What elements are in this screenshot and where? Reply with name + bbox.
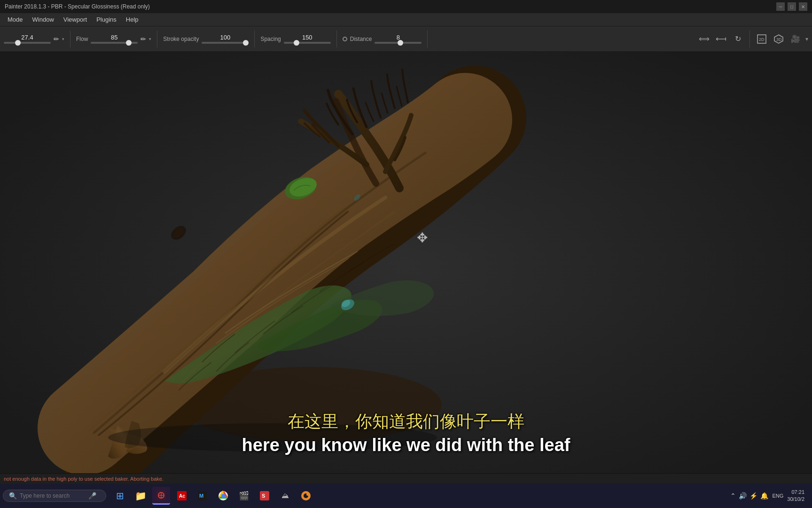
toolbar: 27.4 ✏ ▾ Flow 85 ✏ ▾ Stroke opacity 100 … (0, 26, 812, 52)
svg-text:M: M (199, 493, 203, 499)
stroke-opacity-slider[interactable] (202, 42, 249, 44)
taskbar-app-blender[interactable] (297, 487, 315, 505)
minimize-button[interactable]: ─ (776, 2, 785, 11)
blender-icon (300, 490, 312, 501)
taskbar-app-substance2[interactable]: S (256, 487, 273, 505)
flow-slider-container: 85 (91, 34, 138, 44)
divider-3 (254, 31, 255, 48)
search-icon: 🔍 (9, 492, 17, 500)
spacing-slider-container: 150 (284, 34, 331, 44)
size-group: 27.4 ✏ ▾ (4, 34, 64, 44)
spacing-label: Spacing (260, 36, 281, 42)
mirror-x-button[interactable]: ⟺ (697, 32, 711, 46)
divider-1 (70, 31, 70, 48)
svg-text:3D: 3D (776, 37, 782, 42)
menu-mode[interactable]: Mode (3, 14, 28, 25)
2d-icon: 2D (757, 34, 767, 44)
divider-4 (336, 31, 337, 48)
svg-text:2D: 2D (759, 37, 765, 42)
divider-5 (427, 31, 428, 48)
window-title: Painter 2018.1.3 - PBR - Specular Glossi… (5, 3, 776, 10)
taskbar-app-chrome[interactable] (214, 487, 232, 505)
divider-6 (750, 31, 750, 48)
system-icons: ⌃ 🔊 ⚡ 🔔 (730, 492, 768, 500)
acrobat-icon: Ac (176, 490, 187, 501)
flow-pen-icon: ✏ (141, 35, 146, 43)
network-icon: ⌃ (730, 492, 736, 500)
taskbar-search[interactable]: 🔍 🎤 (3, 490, 106, 502)
taskbar-app-painter[interactable] (152, 487, 170, 505)
power-icon: ⚡ (750, 492, 757, 500)
size-chevron-icon[interactable]: ▾ (62, 37, 64, 41)
flow-label: Flow (76, 36, 88, 42)
clock: 07:21 30/10/2 (787, 489, 804, 503)
volume-icon: 🔊 (739, 492, 747, 500)
menu-window[interactable]: Window (28, 14, 59, 25)
rotate-button[interactable]: ↻ (731, 32, 745, 46)
painter-icon (156, 490, 167, 501)
stroke-opacity-group: Stroke opacity 100 (163, 34, 249, 44)
svg-text:S: S (262, 493, 265, 499)
language-indicator: ENG (772, 493, 783, 499)
3d-scene (0, 52, 812, 484)
stroke-opacity-label: Stroke opacity (163, 36, 199, 42)
taskbar-app-acrobat[interactable]: Ac (173, 487, 191, 505)
status-bar: not enough data in the high poly to use … (0, 473, 812, 484)
spacing-slider[interactable] (284, 42, 331, 44)
taskbar-apps: ⊞ 📁 Ac M (111, 487, 315, 505)
divider-2 (157, 31, 157, 48)
distance-slider-container: 8 (375, 34, 422, 44)
flow-group: Flow 85 ✏ ▾ (76, 34, 151, 44)
taskbar-right: ⌃ 🔊 ⚡ 🔔 ENG 07:21 30/10/2 (730, 489, 809, 503)
svg-point-13 (108, 423, 437, 452)
size-slider[interactable] (4, 42, 51, 44)
stroke-opacity-slider-container: 100 (202, 34, 249, 44)
3d-icon: 3D (773, 34, 784, 44)
taskbar-app-explorer[interactable]: 📁 (132, 487, 149, 505)
taskbar-app-app7[interactable]: ⛰ (276, 487, 294, 505)
size-slider-container: 27.4 (4, 34, 51, 44)
distance-slider[interactable] (375, 42, 422, 44)
svg-text:Ac: Ac (179, 493, 185, 499)
view-chevron-icon[interactable]: ▾ (805, 36, 808, 42)
search-input[interactable] (20, 492, 86, 499)
menu-bar: Mode Window Viewport Plugins Help (0, 13, 812, 26)
maya-icon: M (197, 490, 208, 501)
viewport[interactable]: ✥ 在这里，你知道我们像叶子一样 here you know like we d… (0, 52, 812, 484)
pen-icon: ✏ (54, 35, 59, 43)
distance-group: Distance 8 (343, 34, 422, 44)
toolbar-right: ⟺ ⟻ ↻ 2D 3D 🎥 ▾ (697, 31, 808, 48)
taskbar-app-maya[interactable]: M (194, 487, 211, 505)
chrome-icon (218, 490, 229, 501)
distance-label: Distance (350, 36, 372, 42)
microphone-icon[interactable]: 🎤 (88, 492, 96, 500)
status-message: not enough data in the high poly to use … (4, 476, 164, 482)
distance-dot-icon (343, 37, 347, 41)
flow-slider[interactable] (91, 42, 138, 44)
flow-chevron-icon[interactable]: ▾ (149, 37, 151, 41)
maximize-button[interactable]: □ (788, 2, 796, 11)
menu-viewport[interactable]: Viewport (59, 14, 92, 25)
3d-view-button[interactable]: 3D (772, 32, 786, 46)
menu-plugins[interactable]: Plugins (92, 14, 121, 25)
2d-view-button[interactable]: 2D (755, 32, 769, 46)
svg-point-22 (221, 494, 225, 498)
date-display: 30/10/2 (787, 496, 804, 503)
notification-icon: 🔔 (760, 492, 768, 500)
menu-help[interactable]: Help (121, 14, 143, 25)
svg-point-27 (306, 493, 309, 496)
taskbar-app-taskview[interactable]: ⊞ (111, 487, 129, 505)
window-controls: ─ □ ✕ (776, 2, 807, 11)
close-button[interactable]: ✕ (799, 2, 807, 11)
taskbar: 🔍 🎤 ⊞ 📁 Ac M (0, 484, 812, 508)
substance-icon: S (259, 490, 270, 501)
spacing-group: Spacing 150 (260, 34, 330, 44)
mirror-y-button[interactable]: ⟻ (714, 32, 728, 46)
title-bar: Painter 2018.1.3 - PBR - Specular Glossi… (0, 0, 812, 13)
time-display: 07:21 (787, 489, 804, 496)
camera-button[interactable]: 🎥 (789, 32, 803, 46)
taskbar-app-other1[interactable]: 🎬 (235, 487, 253, 505)
